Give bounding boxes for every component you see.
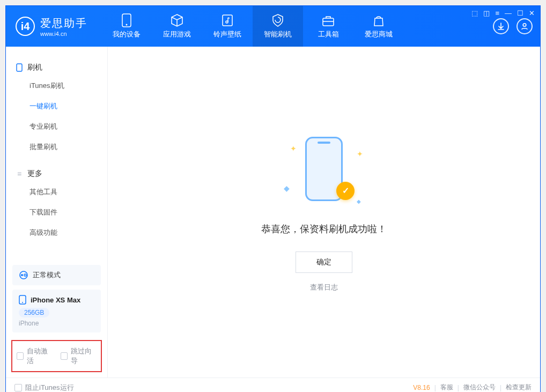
logo: i4 爱思助手 www.i4.cn [6,6,97,47]
close-button[interactable]: ✕ [529,9,535,17]
tab-label: 我的设备 [113,29,141,39]
footer-link-support[interactable]: 客服 [440,383,453,392]
window-controls: ⬚ ◫ ≡ — ☐ ✕ [471,9,535,17]
brand-name: 爱思助手 [40,16,87,31]
svg-point-1 [126,24,128,26]
main-content: ✦ ✦ ◆ ◆ ✓ 恭喜您，保资料刷机成功啦！ 确定 查看日志 [108,47,540,378]
tab-ringtones[interactable]: 铃声壁纸 [202,6,253,47]
sidebar-item-pro[interactable]: 专业刷机 [6,116,107,137]
mode-icon [19,270,28,280]
version-label: V8.16 [413,384,430,391]
svg-point-9 [24,274,26,276]
brand-url: www.i4.cn [40,31,87,37]
success-message: 恭喜您，保资料刷机成功啦！ [261,223,387,235]
tab-label: 智能刷机 [264,29,292,39]
device-capacity: 256GB [19,308,49,317]
logo-icon: i4 [16,17,35,36]
tab-toolbox[interactable]: 工具箱 [303,6,353,47]
svg-point-11 [22,302,23,303]
titlebar: i4 爱思助手 www.i4.cn 我的设备 应用游戏 铃声壁纸 智能刷机 [6,6,540,47]
svg-rect-2 [223,15,232,26]
sparkle-icon: ◆ [284,184,290,193]
mode-label: 正常模式 [33,270,61,280]
phone-small-icon [16,64,23,71]
app-window: ⬚ ◫ ≡ — ☐ ✕ i4 爱思助手 www.i4.cn 我的设备 应用游戏 [5,5,541,392]
sparkle-icon: ✦ [290,144,297,153]
options-highlight: 自动激活 跳过向导 [11,340,102,372]
tab-label: 工具箱 [318,29,339,39]
shield-icon [270,13,285,27]
tab-my-device[interactable]: 我的设备 [101,6,152,47]
cube-icon [169,13,185,27]
sparkle-icon: ◆ [357,198,361,204]
toolbox-icon [321,13,336,27]
checkbox-auto-activate[interactable]: 自动激活 [17,346,53,366]
pin-icon[interactable]: ⬚ [471,9,478,17]
sidebar-item-firmware[interactable]: 下载固件 [6,202,107,223]
main-tabs: 我的设备 应用游戏 铃声壁纸 智能刷机 工具箱 爱思商城 [101,6,404,47]
sidebar: 刷机 iTunes刷机 一键刷机 专业刷机 批量刷机 ≡ 更多 其他工具 下载固… [6,47,108,378]
mode-box[interactable]: 正常模式 [12,265,101,285]
tab-flash[interactable]: 智能刷机 [253,6,303,47]
svg-rect-6 [17,64,22,71]
view-log-link[interactable]: 查看日志 [310,283,338,292]
sidebar-group-more: ≡ 更多 [6,166,107,182]
sidebar-group-flash: 刷机 [6,60,107,76]
svg-point-3 [226,21,228,23]
tab-label: 爱思商城 [365,29,393,39]
minimize-button[interactable]: — [505,9,512,17]
footer-link-wechat[interactable]: 微信公众号 [463,383,496,392]
device-name: iPhone XS Max [31,296,80,304]
checkbox-label: 阻止iTunes运行 [25,383,74,393]
tab-store[interactable]: 爱思商城 [353,6,404,47]
footer-link-update[interactable]: 检查更新 [506,383,532,392]
checkbox-icon [17,352,24,360]
download-button[interactable] [493,18,509,34]
tab-label: 铃声壁纸 [213,29,241,39]
skin-icon[interactable]: ◫ [483,9,490,17]
checkbox-label: 跳过向导 [71,346,97,366]
success-illustration: ✦ ✦ ◆ ◆ ✓ [284,132,364,208]
music-icon [220,13,235,27]
checkbox-label: 自动激活 [27,346,53,366]
checkbox-skip-guide[interactable]: 跳过向导 [61,346,97,366]
device-type: iPhone [19,320,94,327]
tab-label: 应用游戏 [163,29,191,39]
maximize-button[interactable]: ☐ [517,9,523,17]
tab-apps[interactable]: 应用游戏 [152,6,202,47]
sidebar-group-label: 更多 [27,169,42,179]
sidebar-group-label: 刷机 [27,63,42,72]
device-icon [119,13,134,27]
checkbox-icon [61,352,68,360]
check-badge-icon: ✓ [336,182,355,200]
device-icon [19,295,26,305]
footer: 阻止iTunes运行 V8.16 | 客服 | 微信公众号 | 检查更新 [6,378,540,392]
device-box[interactable]: iPhone XS Max 256GB iPhone [12,290,101,332]
sidebar-item-batch[interactable]: 批量刷机 [6,137,107,157]
sidebar-item-itunes[interactable]: iTunes刷机 [6,76,107,96]
sidebar-item-advanced[interactable]: 高级功能 [6,223,107,243]
more-icon: ≡ [16,170,23,177]
sidebar-item-oneclick[interactable]: 一键刷机 [6,96,107,116]
sidebar-item-other[interactable]: 其他工具 [6,182,107,202]
svg-point-5 [523,24,526,27]
sparkle-icon: ✦ [357,150,363,158]
svg-point-8 [21,274,23,276]
user-button[interactable] [517,18,533,34]
checkbox-block-itunes[interactable]: 阻止iTunes运行 [14,383,74,393]
checkbox-icon [14,384,22,391]
svg-rect-4 [323,18,334,26]
body: 刷机 iTunes刷机 一键刷机 专业刷机 批量刷机 ≡ 更多 其他工具 下载固… [6,47,540,378]
menu-icon[interactable]: ≡ [495,9,499,17]
ok-button[interactable]: 确定 [296,252,352,273]
bag-icon [371,13,386,27]
